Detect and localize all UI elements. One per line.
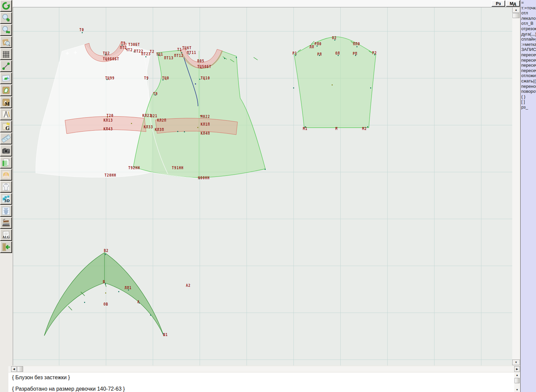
point-label: КЛ33 <box>144 125 153 129</box>
scroll-left-icon[interactable]: ◀ <box>11 366 17 372</box>
point-label: В <box>103 279 105 284</box>
command-item[interactable]: отрезок <box>521 26 536 31</box>
status-line-2: { Разработано на размер девочки 140-72-6… <box>12 386 125 392</box>
point-label: В05 <box>197 59 204 63</box>
mode-md-button[interactable]: Мд <box>506 0 520 7</box>
canvas-vscrollbar[interactable]: ▲ ▼ <box>512 7 520 365</box>
command-item[interactable]: перенос <box>521 84 536 89</box>
command-item[interactable]: пересеч <box>521 63 536 68</box>
command-item[interactable]: т:=точка <box>521 5 536 11</box>
zoom-out-button[interactable] <box>0 24 12 36</box>
sleeve-piece[interactable] <box>294 37 376 128</box>
point-label: М <box>335 126 338 131</box>
point-label: Т30БТ <box>128 42 140 47</box>
point-label: ПТ12 <box>174 53 184 58</box>
command-item[interactable]: = <box>521 0 536 5</box>
command-item[interactable]: отл_В <box>521 21 536 26</box>
point-label: В21 <box>150 114 157 118</box>
books-button[interactable] <box>0 217 12 229</box>
scroll-down-icon[interactable]: ▼ <box>512 360 520 365</box>
grid-button[interactable] <box>0 48 12 60</box>
status-scroll-up-icon[interactable]: ▲ <box>514 373 520 377</box>
exit-icon <box>1 242 11 252</box>
command-item[interactable]: { } <box>521 94 536 100</box>
zoom-out-icon <box>1 25 11 35</box>
zoom-in-button[interactable] <box>0 12 12 24</box>
command-item[interactable]: пересеч <box>521 58 536 63</box>
point-label: Р1 <box>292 51 297 55</box>
command-item[interactable]: дуга(,,,) <box>521 31 536 37</box>
spreadsheet-icon <box>1 158 11 168</box>
command-item[interactable]: отл <box>521 10 536 16</box>
refresh-button[interactable] <box>0 0 12 12</box>
command-item[interactable]: лекало <box>521 16 536 21</box>
status-scroll-thumb[interactable] <box>515 378 520 383</box>
piece-preview-button[interactable] <box>0 36 12 48</box>
g-document-button[interactable]: G <box>0 121 12 132</box>
point-label: Т0 <box>79 27 84 32</box>
ruler-button[interactable]: 78 <box>0 133 12 144</box>
point-label: РЛ <box>317 52 322 56</box>
portrait-button[interactable] <box>0 169 12 181</box>
point-label: В2 <box>104 248 109 253</box>
back-bodice-piece[interactable] <box>36 44 152 177</box>
point-label: Ш1 <box>163 332 168 337</box>
text-list-button[interactable] <box>0 205 12 217</box>
point-label: ПТ23 <box>141 52 151 56</box>
scroll-up-icon[interactable]: ▲ <box>512 7 520 13</box>
alg-document-icon: ALG <box>1 230 11 240</box>
garment-sketch-icon <box>1 182 11 192</box>
camera-button[interactable] <box>0 145 12 156</box>
segment-icon <box>1 61 11 71</box>
piece-edit-button[interactable] <box>0 84 12 96</box>
compass-button[interactable] <box>0 109 12 120</box>
exit-button[interactable] <box>0 241 12 253</box>
compass-icon <box>1 110 11 119</box>
command-item[interactable]: поворот <box>521 89 536 94</box>
command-item[interactable]: сжать(( <box>521 78 536 84</box>
command-item[interactable]: пересеч <box>521 68 536 73</box>
point-label: ТЦ10 <box>201 76 210 80</box>
command-item[interactable]: сплайн_ <box>521 37 536 42</box>
command-sidebar: =т:=точкаотллекалоотл_Вотрезокдуга(,,,)с… <box>520 0 536 392</box>
command-item[interactable]: пересеч <box>521 52 536 58</box>
collar-piece[interactable] <box>44 253 163 336</box>
canvas-hscrollbar[interactable]: ◀ ▶ <box>8 366 520 372</box>
image-button[interactable] <box>0 72 12 84</box>
pattern-m-button[interactable]: M <box>0 96 12 108</box>
drawing-canvas[interactable]: Т0Т3Т30БТПТ2ЧТ2ТЦ2ПТ22Т2ПТ23ТЦ0Б0БТТЦ1ПТ… <box>13 7 512 366</box>
command-item[interactable]: [ ] <box>521 99 536 105</box>
portrait-icon <box>1 170 11 180</box>
command-item[interactable]: ЗАПИСА <box>521 47 536 52</box>
command-item[interactable]: рз_ <box>521 105 536 110</box>
scroll-right-icon[interactable]: ▶ <box>514 366 520 372</box>
status-vscrollbar[interactable]: ▲ ▼ <box>514 373 520 392</box>
svg-text:G: G <box>5 125 9 131</box>
point-label: ПП0 <box>353 42 360 46</box>
point-label: М1 <box>303 126 308 131</box>
point-label: М022 <box>201 114 210 119</box>
point-label: КЛ3П <box>155 127 164 132</box>
segment-button[interactable] <box>0 60 12 72</box>
3d-button[interactable]: 3D <box>0 193 12 205</box>
command-item[interactable]: :=метка <box>521 42 536 47</box>
command-item[interactable]: отложит <box>521 73 536 78</box>
point-label: ТЦ6Т <box>182 46 192 50</box>
status-scroll-down-icon[interactable]: ▼ <box>514 387 520 392</box>
piece-preview-icon <box>1 37 11 47</box>
point-label: ПТ11 <box>187 50 196 55</box>
vscroll-thumb[interactable] <box>513 13 520 18</box>
point-label: ТЦ1 <box>156 52 163 56</box>
point-label: ЧТ2 <box>126 48 133 52</box>
point-label: Т20 <box>107 113 114 118</box>
point-label: КЛ1П <box>201 122 210 126</box>
alg-document-button[interactable]: ALG <box>0 229 12 241</box>
point-label: А <box>137 300 140 304</box>
hscroll-thumb[interactable] <box>17 366 23 372</box>
point-label: ТЦ99 <box>105 76 115 80</box>
refresh-icon <box>1 1 11 11</box>
garment-sketch-button[interactable] <box>0 181 12 193</box>
spreadsheet-button[interactable] <box>0 157 12 169</box>
mode-rz-button[interactable]: Рз <box>491 0 505 7</box>
point-label: А2 <box>186 283 191 287</box>
